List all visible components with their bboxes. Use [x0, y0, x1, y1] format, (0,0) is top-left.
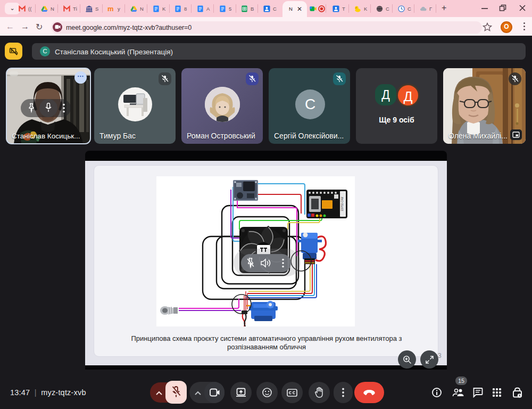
svg-text:ESP32-CAM: ESP32-CAM [341, 197, 344, 211]
